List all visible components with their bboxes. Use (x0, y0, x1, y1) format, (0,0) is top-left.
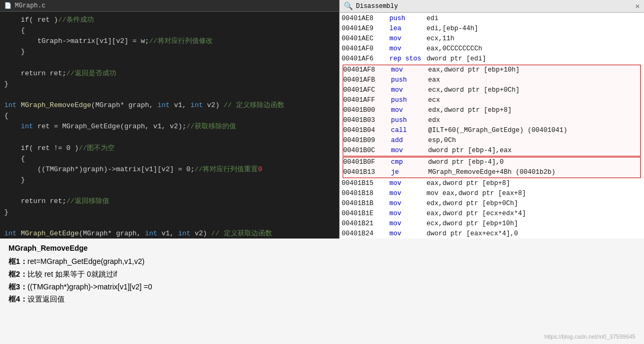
code-token: //条件成功 (58, 16, 94, 24)
bottom-item-label: 框1： (8, 257, 28, 266)
bottom-item-text: 比较 ret 如果等于 0就跳过if (28, 270, 117, 278)
code-token: { (4, 112, 8, 120)
disasm-instruction: push (387, 116, 424, 126)
disasm-operand: eax (424, 75, 640, 85)
disasm-instruction: mov (385, 229, 422, 239)
disasm-instruction: mov (385, 179, 422, 189)
disasm-operand: ecx,11h (422, 34, 642, 44)
disasm-icon: 🔍 (344, 2, 353, 11)
disasm-row: 00401B15moveax,dword ptr [ebp+8] (342, 179, 642, 189)
disasm-instruction: rep stos (385, 54, 422, 64)
disasm-row: 00401B1Emoveax,dword ptr [ecx+edx*4] (342, 209, 642, 219)
disasm-address: 00401B24 (342, 229, 385, 239)
disasm-operand: edx (424, 116, 640, 126)
code-token: ret = MGraph_GetEdge(graph, v1, v2); (33, 122, 187, 130)
code-line: int MGraph_RemoveEdge(MGraph* graph, int… (4, 100, 335, 111)
disasm-row: 00401B09addesp,0Ch (343, 136, 640, 146)
code-token: tGraph->matrix[v1][v2] = w; (4, 37, 149, 45)
code-token: //将对应行列值重置 (195, 165, 258, 173)
disasm-operand: esp,0Ch (424, 136, 640, 146)
code-area: if( ret )//条件成功 { tGraph->matrix[v1][v2]… (0, 12, 339, 239)
disasm-operand: edx,dword ptr [ebp+8] (424, 105, 640, 116)
code-token: v2) (190, 230, 211, 237)
code-token: //图不为空 (79, 144, 115, 152)
code-token: //返回是否成功 (66, 69, 116, 77)
disasm-instruction: mov (385, 199, 422, 209)
disasm-instruction: push (387, 75, 424, 85)
bottom-item: 框3：((TMGraph*)graph)->matrix[v1][v2] =0 (8, 281, 636, 294)
code-token: ((TMGraph*)graph)->matrix[v1][v2] = 0; (4, 165, 195, 173)
disasm-row: 00401B13jeMGraph_RemoveEdge+4Bh (00401b2… (343, 167, 640, 178)
disasm-instruction: mov (385, 44, 422, 54)
disasm-address: 00401B03 (343, 116, 387, 126)
disasm-row: 00401B03pushedx (343, 116, 640, 126)
code-token: { (4, 155, 25, 163)
disasm-address: 00401B0C (343, 146, 387, 156)
disasm-address: 00401B18 (342, 189, 385, 199)
code-token: int (145, 230, 157, 237)
code-line: } (4, 207, 335, 218)
disasm-row: 00401AECmovecx,11h (342, 34, 642, 44)
code-line: { (4, 154, 335, 164)
code-line: { (4, 25, 335, 36)
bottom-item-label: 框3： (8, 283, 28, 291)
left-panel-title: MGraph.c (15, 2, 46, 10)
disasm-row: 00401AF8moveax,dword ptr [ebp+10h] (343, 65, 640, 75)
disasm-operand: edi (422, 14, 642, 24)
code-line: } (4, 47, 335, 57)
disasm-row: 00401AF0moveax,0CCCCCCCCh (342, 44, 642, 54)
code-token: // 定义移除边函数 (224, 101, 284, 109)
code-token: int (4, 101, 21, 109)
close-icon[interactable]: ✕ (636, 2, 640, 11)
code-line (4, 90, 335, 100)
disasm-row: 00401B0Cmovdword ptr [ebp-4],eax (343, 146, 640, 156)
left-panel-title-bar: 📄 MGraph.c (0, 0, 339, 12)
disasm-boxed-group: 00401AF8moveax,dword ptr [ebp+10h]00401A… (343, 65, 641, 156)
disasm-operand: eax,dword ptr [ecx+edx*4] (422, 209, 642, 219)
disasm-address: 00401AE9 (342, 24, 385, 34)
disasm-row: 00401B24movdword ptr [eax+ecx*4],0 (342, 229, 642, 239)
disasm-address: 00401B00 (343, 105, 387, 116)
code-line: { (4, 111, 335, 121)
disasm-operand: ecx (424, 95, 640, 105)
disasm-instruction: push (385, 14, 422, 24)
disasm-instruction: mov (387, 65, 424, 75)
code-token: if( ret ) (4, 16, 58, 24)
disasm-address: 00401AFB (343, 75, 387, 85)
disasm-address: 00401B13 (343, 167, 387, 178)
code-token: v1, (158, 230, 178, 237)
bottom-item-text: 设置返回值 (28, 295, 65, 303)
disasm-address: 00401B21 (342, 219, 385, 229)
disasm-operand: eax,0CCCCCCCCh (422, 44, 642, 54)
bottom-item-label: 框4： (8, 295, 28, 303)
code-token: if( ret != 0 ) (4, 144, 79, 152)
disasm-row: 00401B21movecx,dword ptr [ebp+10h] (342, 219, 642, 229)
disasm-operand: dword ptr [edi] (422, 54, 642, 64)
disasm-row: 00401B18movmov eax,dword ptr [eax+8] (342, 189, 642, 199)
code-line: return ret;//返回移除值 (4, 196, 335, 207)
code-line: int ret = MGraph_GetEdge(graph, v1, v2);… (4, 121, 335, 132)
code-token: //获取移除的值 (186, 122, 236, 130)
disasm-address: 00401AF0 (342, 44, 385, 54)
disasm-boxed-group: 00401B0Fcmpdword ptr [ebp-4],000401B13je… (343, 157, 641, 178)
code-line: } (4, 175, 335, 186)
code-token: //返回移除值 (66, 197, 109, 205)
bottom-item: 框2：比较 ret 如果等于 0就跳过if (8, 268, 636, 281)
disasm-operand: dword ptr [ebp-4],0 (424, 157, 640, 167)
code-token: } (4, 48, 25, 56)
disasm-row: 00401AE8pushedi (342, 14, 642, 24)
code-token: int (178, 230, 190, 237)
code-token: v1, (170, 101, 190, 109)
disasm-instruction: mov (385, 219, 422, 229)
code-token: int (158, 101, 170, 109)
code-token: MGraph_RemoveEdge (21, 101, 91, 109)
code-line: tGraph->matrix[v1][v2] = w;//将对应行列值修改 (4, 36, 335, 47)
disasm-instruction: push (387, 95, 424, 105)
disasm-row: 00401AF6rep stosdword ptr [edi] (342, 54, 642, 64)
code-token: (MGraph* graph, (79, 230, 145, 237)
code-line: } (4, 79, 335, 90)
disasm-address: 00401AEC (342, 34, 385, 44)
disasm-address: 00401AF8 (343, 65, 387, 75)
code-token: int (21, 122, 33, 130)
disasm-area: 00401AE8pushedi00401AE9leaedi,[ebp-44h]0… (340, 13, 644, 239)
